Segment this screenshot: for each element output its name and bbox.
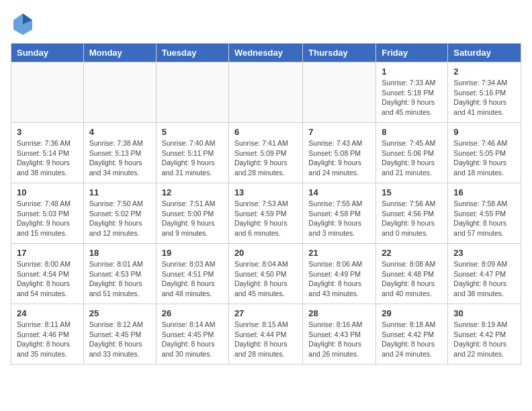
day-info: Sunrise: 7:53 AMSunset: 4:59 PMDaylight:… xyxy=(234,199,297,238)
day-number: 17 xyxy=(17,248,78,258)
day-info: Sunrise: 8:19 AMSunset: 4:42 PMDaylight:… xyxy=(453,320,515,359)
day-info: Sunrise: 7:41 AMSunset: 5:09 PMDaylight:… xyxy=(234,138,297,178)
day-number: 19 xyxy=(162,248,223,258)
calendar-cell: 27Sunrise: 8:15 AMSunset: 4:44 PMDayligh… xyxy=(228,304,302,365)
day-info: Sunrise: 8:01 AMSunset: 4:53 PMDaylight:… xyxy=(89,259,150,299)
day-info: Sunrise: 7:56 AMSunset: 4:56 PMDaylight:… xyxy=(382,199,442,238)
day-info: Sunrise: 8:06 AMSunset: 4:49 PMDaylight:… xyxy=(308,259,370,299)
calendar-cell: 14Sunrise: 7:55 AMSunset: 4:58 PMDayligh… xyxy=(303,183,376,244)
day-number: 4 xyxy=(89,127,150,137)
day-number: 21 xyxy=(308,248,370,258)
calendar-header: SundayMondayTuesdayWednesdayThursdayFrid… xyxy=(11,44,521,62)
calendar-header-friday: Friday xyxy=(376,44,448,62)
day-number: 10 xyxy=(17,187,78,197)
day-number: 27 xyxy=(234,308,297,318)
calendar-cell: 19Sunrise: 8:03 AMSunset: 4:51 PMDayligh… xyxy=(156,244,228,304)
calendar-cell: 28Sunrise: 8:16 AMSunset: 4:43 PMDayligh… xyxy=(303,304,376,365)
day-number: 8 xyxy=(382,127,442,137)
calendar-cell xyxy=(11,62,84,123)
day-number: 13 xyxy=(234,187,297,197)
day-info: Sunrise: 8:12 AMSunset: 4:45 PMDaylight:… xyxy=(89,320,150,359)
calendar-cell: 10Sunrise: 7:48 AMSunset: 5:03 PMDayligh… xyxy=(11,183,84,244)
day-info: Sunrise: 8:15 AMSunset: 4:44 PMDaylight:… xyxy=(234,320,297,359)
day-number: 12 xyxy=(162,187,223,197)
calendar-cell: 2Sunrise: 7:34 AMSunset: 5:16 PMDaylight… xyxy=(448,62,521,123)
logo xyxy=(11,11,39,35)
day-number: 25 xyxy=(89,308,150,318)
calendar-header-thursday: Thursday xyxy=(303,44,376,62)
calendar-table: SundayMondayTuesdayWednesdayThursdayFrid… xyxy=(11,43,521,365)
week-row-3: 10Sunrise: 7:48 AMSunset: 5:03 PMDayligh… xyxy=(11,183,521,244)
day-number: 24 xyxy=(17,308,78,318)
calendar-cell: 20Sunrise: 8:04 AMSunset: 4:50 PMDayligh… xyxy=(228,244,302,304)
day-number: 1 xyxy=(382,66,442,77)
day-info: Sunrise: 8:08 AMSunset: 4:48 PMDaylight:… xyxy=(382,259,442,299)
day-number: 29 xyxy=(382,308,442,318)
week-row-5: 24Sunrise: 8:11 AMSunset: 4:46 PMDayligh… xyxy=(11,304,521,365)
calendar-cell: 15Sunrise: 7:56 AMSunset: 4:56 PMDayligh… xyxy=(376,183,448,244)
calendar-cell: 25Sunrise: 8:12 AMSunset: 4:45 PMDayligh… xyxy=(83,304,156,365)
day-info: Sunrise: 8:18 AMSunset: 4:42 PMDaylight:… xyxy=(382,320,442,359)
calendar-cell: 5Sunrise: 7:40 AMSunset: 5:11 PMDaylight… xyxy=(156,123,228,183)
day-info: Sunrise: 7:55 AMSunset: 4:58 PMDaylight:… xyxy=(308,199,370,238)
day-info: Sunrise: 7:51 AMSunset: 5:00 PMDaylight:… xyxy=(162,199,223,238)
calendar-cell: 12Sunrise: 7:51 AMSunset: 5:00 PMDayligh… xyxy=(156,183,228,244)
calendar-cell: 17Sunrise: 8:00 AMSunset: 4:54 PMDayligh… xyxy=(11,244,84,304)
day-number: 23 xyxy=(453,248,515,258)
calendar-header-tuesday: Tuesday xyxy=(156,44,228,62)
day-info: Sunrise: 7:40 AMSunset: 5:11 PMDaylight:… xyxy=(162,138,223,178)
calendar-cell xyxy=(156,62,228,123)
calendar-cell xyxy=(83,62,156,123)
day-number: 2 xyxy=(453,66,515,77)
day-info: Sunrise: 8:16 AMSunset: 4:43 PMDaylight:… xyxy=(308,320,370,359)
calendar-cell: 29Sunrise: 8:18 AMSunset: 4:42 PMDayligh… xyxy=(376,304,448,365)
day-info: Sunrise: 7:50 AMSunset: 5:02 PMDaylight:… xyxy=(89,199,150,238)
day-info: Sunrise: 7:58 AMSunset: 4:55 PMDaylight:… xyxy=(453,199,515,238)
calendar-cell: 24Sunrise: 8:11 AMSunset: 4:46 PMDayligh… xyxy=(11,304,84,365)
calendar-cell xyxy=(228,62,302,123)
calendar-cell xyxy=(303,62,376,123)
day-number: 22 xyxy=(382,248,442,258)
day-info: Sunrise: 7:38 AMSunset: 5:13 PMDaylight:… xyxy=(89,138,150,178)
day-info: Sunrise: 7:45 AMSunset: 5:06 PMDaylight:… xyxy=(382,138,442,178)
calendar-cell: 18Sunrise: 8:01 AMSunset: 4:53 PMDayligh… xyxy=(83,244,156,304)
day-number: 15 xyxy=(382,187,442,197)
day-info: Sunrise: 8:03 AMSunset: 4:51 PMDaylight:… xyxy=(162,259,223,299)
week-row-2: 3Sunrise: 7:36 AMSunset: 5:14 PMDaylight… xyxy=(11,123,521,183)
day-number: 14 xyxy=(308,187,370,197)
calendar-cell: 26Sunrise: 8:14 AMSunset: 4:45 PMDayligh… xyxy=(156,304,228,365)
day-info: Sunrise: 7:43 AMSunset: 5:08 PMDaylight:… xyxy=(308,138,370,178)
calendar-header-saturday: Saturday xyxy=(448,44,521,62)
day-number: 9 xyxy=(453,127,515,137)
calendar-cell: 11Sunrise: 7:50 AMSunset: 5:02 PMDayligh… xyxy=(83,183,156,244)
day-number: 20 xyxy=(234,248,297,258)
day-number: 3 xyxy=(17,127,78,137)
calendar-cell: 9Sunrise: 7:46 AMSunset: 5:05 PMDaylight… xyxy=(448,123,521,183)
calendar-header-monday: Monday xyxy=(83,44,156,62)
page-header xyxy=(11,11,521,35)
logo-icon xyxy=(11,11,35,35)
week-row-4: 17Sunrise: 8:00 AMSunset: 4:54 PMDayligh… xyxy=(11,244,521,304)
day-number: 6 xyxy=(234,127,297,137)
calendar-cell: 30Sunrise: 8:19 AMSunset: 4:42 PMDayligh… xyxy=(448,304,521,365)
calendar-cell: 21Sunrise: 8:06 AMSunset: 4:49 PMDayligh… xyxy=(303,244,376,304)
calendar-header-sunday: Sunday xyxy=(11,44,84,62)
day-info: Sunrise: 7:33 AMSunset: 5:18 PMDaylight:… xyxy=(382,78,442,118)
calendar-cell: 7Sunrise: 7:43 AMSunset: 5:08 PMDaylight… xyxy=(303,123,376,183)
calendar-cell: 16Sunrise: 7:58 AMSunset: 4:55 PMDayligh… xyxy=(448,183,521,244)
calendar-body: 1Sunrise: 7:33 AMSunset: 5:18 PMDaylight… xyxy=(11,62,521,365)
calendar-cell: 8Sunrise: 7:45 AMSunset: 5:06 PMDaylight… xyxy=(376,123,448,183)
calendar-header-wednesday: Wednesday xyxy=(228,44,302,62)
day-number: 5 xyxy=(162,127,223,137)
day-info: Sunrise: 7:34 AMSunset: 5:16 PMDaylight:… xyxy=(453,78,515,118)
day-info: Sunrise: 7:48 AMSunset: 5:03 PMDaylight:… xyxy=(17,199,78,238)
day-number: 7 xyxy=(308,127,370,137)
calendar-cell: 4Sunrise: 7:38 AMSunset: 5:13 PMDaylight… xyxy=(83,123,156,183)
week-row-1: 1Sunrise: 7:33 AMSunset: 5:18 PMDaylight… xyxy=(11,62,521,123)
day-number: 26 xyxy=(162,308,223,318)
day-number: 18 xyxy=(89,248,150,258)
calendar-cell: 23Sunrise: 8:09 AMSunset: 4:47 PMDayligh… xyxy=(448,244,521,304)
calendar-cell: 3Sunrise: 7:36 AMSunset: 5:14 PMDaylight… xyxy=(11,123,84,183)
day-info: Sunrise: 7:36 AMSunset: 5:14 PMDaylight:… xyxy=(17,138,78,178)
day-info: Sunrise: 8:00 AMSunset: 4:54 PMDaylight:… xyxy=(17,259,78,299)
